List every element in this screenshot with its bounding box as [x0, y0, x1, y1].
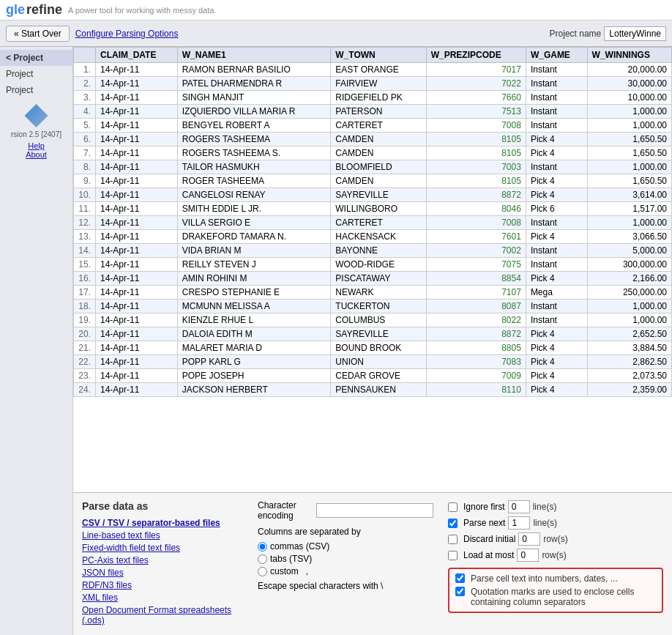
- cell-game: Pick 4: [526, 133, 587, 146]
- option-discard-initial-value[interactable]: [518, 532, 540, 546]
- table-row: 13. 14-Apr-11 DRAKEFORD TAMARA N. HACKEN…: [74, 230, 672, 244]
- cell-date: 14-Apr-11: [96, 369, 178, 383]
- radio-tsv-input[interactable]: [258, 554, 267, 564]
- cell-winnings: 1,000.00: [587, 300, 671, 313]
- format-line-based[interactable]: Line-based text files: [82, 530, 243, 541]
- cell-game: Instant: [526, 313, 587, 327]
- cell-date: 14-Apr-11: [96, 327, 178, 341]
- cell-row-num: 2.: [74, 77, 96, 91]
- table-row: 18. 14-Apr-11 MCMUNN MELISSA A TUCKERTON…: [74, 300, 672, 313]
- table-body: 1. 14-Apr-11 RAMON BERNAR BASILIO EAST O…: [74, 63, 672, 397]
- cell-game: Instant: [526, 160, 587, 174]
- char-encoding-row: Character encoding: [258, 500, 433, 521]
- table-row: 15. 14-Apr-11 REILLY STEVEN J WOOD-RIDGE…: [74, 258, 672, 272]
- version-text: rsion 2.5 [2407]: [11, 130, 61, 138]
- option-ignore-first-suffix: line(s): [533, 502, 557, 512]
- option-load-at-most-checkbox[interactable]: [448, 551, 458, 560]
- table-header-row: CLAIM_DATE W_NAME1 W_TOWN W_PREZIPCODE W…: [74, 48, 672, 63]
- format-json[interactable]: JSON files: [82, 568, 243, 578]
- help-link[interactable]: Help: [28, 141, 45, 150]
- cell-date: 14-Apr-11: [96, 91, 178, 105]
- cell-winnings: 2,073.50: [587, 369, 671, 383]
- cell-winnings: 3,884.50: [587, 341, 671, 355]
- cell-row-num: 16.: [74, 272, 96, 286]
- option-parse-cell-text: Parse cell text into numbers, dates, ...: [455, 573, 656, 584]
- data-table-container[interactable]: CLAIM_DATE W_NAME1 W_TOWN W_PREZIPCODE W…: [73, 47, 672, 492]
- cell-date: 14-Apr-11: [96, 355, 178, 369]
- cell-town: CAMDEN: [331, 146, 426, 160]
- cell-name: CANGELOSI RENAY: [177, 188, 331, 202]
- sidebar-item-project2[interactable]: Project: [0, 82, 72, 98]
- cell-winnings: 1,000.00: [587, 119, 671, 133]
- cell-date: 14-Apr-11: [96, 341, 178, 355]
- radio-tsv[interactable]: tabs (TSV): [258, 554, 433, 564]
- char-encoding-input[interactable]: [316, 503, 433, 518]
- sidebar: < Project Project Project rsion 2.5 [240…: [0, 47, 73, 635]
- cell-row-num: 9.: [74, 174, 96, 188]
- cell-game: Instant: [526, 216, 587, 230]
- format-rdf[interactable]: RDF/N3 files: [82, 580, 243, 590]
- cell-date: 14-Apr-11: [96, 313, 178, 327]
- cell-name: TAILOR HASMUKH: [177, 160, 331, 174]
- cell-row-num: 22.: [74, 355, 96, 369]
- cell-town: BOUND BROOK: [331, 341, 426, 355]
- cell-zip: 8872: [426, 327, 526, 341]
- cell-name: DALOIA EDITH M: [177, 327, 331, 341]
- option-parse-next-value[interactable]: [508, 516, 530, 530]
- cell-date: 14-Apr-11: [96, 216, 178, 230]
- toolbar: « Start Over Configure Parsing Options P…: [0, 21, 672, 47]
- radio-custom[interactable]: custom ,: [258, 566, 433, 576]
- option-ignore-first-checkbox[interactable]: [448, 502, 458, 512]
- cell-name: VILLA SERGIO E: [177, 216, 331, 230]
- cell-zip: 8087: [426, 300, 526, 313]
- format-pc-axis[interactable]: PC-Axis text files: [82, 555, 243, 565]
- cell-zip: 7075: [426, 258, 526, 272]
- cell-name: KIENZLE RHUE L: [177, 313, 331, 327]
- option-parse-cell-text-checkbox[interactable]: [455, 573, 465, 583]
- cell-zip: 7009: [426, 369, 526, 383]
- cell-name: POPE JOSEPH: [177, 369, 331, 383]
- table-row: 21. 14-Apr-11 MALARET MARIA D BOUND BROO…: [74, 341, 672, 355]
- radio-csv[interactable]: commas (CSV): [258, 541, 433, 552]
- format-csv[interactable]: CSV / TSV / separator-based files: [82, 518, 243, 528]
- table-row: 8. 14-Apr-11 TAILOR HASMUKH BLOOMFIELD 7…: [74, 160, 672, 174]
- sidebar-item-project-back[interactable]: < Project: [0, 50, 72, 66]
- cell-name: MCMUNN MELISSA A: [177, 300, 331, 313]
- radio-custom-input[interactable]: [258, 567, 267, 576]
- cell-zip: 8805: [426, 341, 526, 355]
- cell-date: 14-Apr-11: [96, 119, 178, 133]
- option-parse-cell-text-label: Parse cell text into numbers, dates, ...: [471, 573, 618, 584]
- option-load-at-most-value[interactable]: [517, 549, 539, 562]
- cell-name: PATEL DHARMENDRA R: [177, 77, 331, 91]
- cell-zip: 8022: [426, 313, 526, 327]
- option-ignore-first-value[interactable]: [508, 500, 530, 513]
- about-link[interactable]: About: [26, 150, 47, 159]
- cell-game: Instant: [526, 63, 587, 77]
- sidebar-item-project1[interactable]: Project: [0, 66, 72, 82]
- cell-name: VIDA BRIAN M: [177, 244, 331, 258]
- radio-csv-input[interactable]: [258, 542, 267, 552]
- cell-date: 14-Apr-11: [96, 160, 178, 174]
- option-parse-next-suffix: line(s): [533, 518, 557, 528]
- option-quotation-marks-checkbox[interactable]: [455, 587, 465, 596]
- cell-name: SINGH MANJIT: [177, 91, 331, 105]
- table-row: 2. 14-Apr-11 PATEL DHARMENDRA R FAIRVIEW…: [74, 77, 672, 91]
- cell-game: Instant: [526, 91, 587, 105]
- cell-zip: 7022: [426, 77, 526, 91]
- cell-winnings: 2,359.00: [587, 383, 671, 397]
- table-row: 3. 14-Apr-11 SINGH MANJIT RIDGEFIELD PK …: [74, 91, 672, 105]
- configure-link[interactable]: Configure Parsing Options: [75, 29, 179, 39]
- option-parse-next-checkbox[interactable]: [448, 519, 458, 528]
- cell-winnings: 1,000.00: [587, 313, 671, 327]
- format-ods[interactable]: Open Document Format spreadsheets (.ods): [82, 605, 243, 625]
- table-row: 1. 14-Apr-11 RAMON BERNAR BASILIO EAST O…: [74, 63, 672, 77]
- start-over-button[interactable]: « Start Over: [6, 26, 70, 42]
- cell-row-num: 15.: [74, 258, 96, 272]
- data-table: CLAIM_DATE W_NAME1 W_TOWN W_PREZIPCODE W…: [73, 47, 672, 397]
- option-discard-initial-suffix: row(s): [543, 534, 567, 544]
- cell-row-num: 24.: [74, 383, 96, 397]
- option-parse-next: Parse next line(s): [448, 516, 663, 530]
- format-fixed-width[interactable]: Fixed-width field text files: [82, 543, 243, 553]
- format-xml[interactable]: XML files: [82, 593, 243, 603]
- option-discard-initial-checkbox[interactable]: [448, 535, 458, 544]
